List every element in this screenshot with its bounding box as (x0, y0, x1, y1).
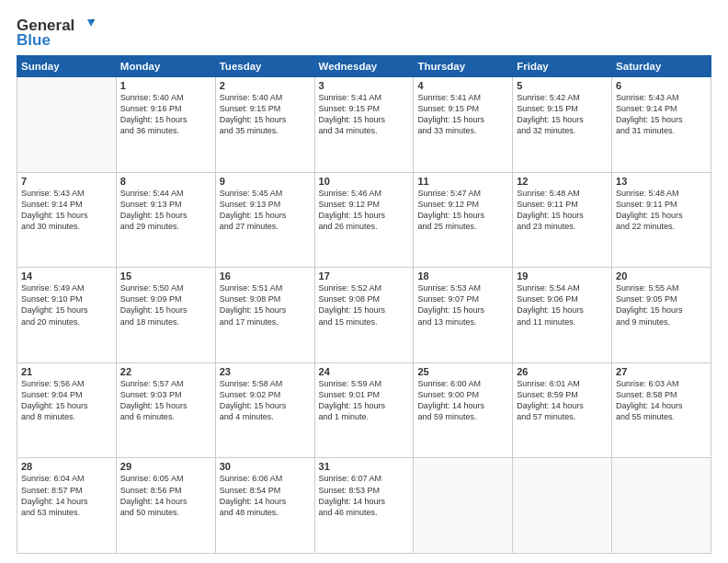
calendar-cell (414, 458, 513, 554)
calendar-cell: 5Sunrise: 5:42 AM Sunset: 9:15 PM Daylig… (513, 77, 612, 173)
day-number: 13 (616, 176, 707, 187)
cell-info: Sunrise: 5:46 AM Sunset: 9:12 PM Dayligh… (319, 188, 410, 233)
weekday-header: Friday (513, 56, 612, 77)
calendar-week-row: 14Sunrise: 5:49 AM Sunset: 9:10 PM Dayli… (17, 268, 711, 363)
calendar-cell: 30Sunrise: 6:06 AM Sunset: 8:54 PM Dayli… (215, 458, 314, 554)
day-number: 7 (21, 176, 112, 187)
day-number: 16 (220, 270, 311, 282)
day-number: 11 (417, 176, 508, 187)
cell-info: Sunrise: 5:48 AM Sunset: 9:11 PM Dayligh… (616, 188, 707, 233)
cell-info: Sunrise: 6:00 AM Sunset: 9:00 PM Dayligh… (417, 378, 508, 423)
cell-info: Sunrise: 5:59 AM Sunset: 9:01 PM Dayligh… (319, 378, 410, 423)
calendar-cell (17, 77, 117, 173)
calendar-cell: 31Sunrise: 6:07 AM Sunset: 8:53 PM Dayli… (314, 458, 414, 554)
day-number: 26 (517, 366, 608, 377)
day-number: 28 (21, 461, 112, 472)
header-row: SundayMondayTuesdayWednesdayThursdayFrid… (17, 56, 711, 77)
cell-info: Sunrise: 5:41 AM Sunset: 9:15 PM Dayligh… (417, 92, 508, 137)
day-number: 31 (319, 461, 410, 472)
weekday-header: Saturday (612, 56, 711, 77)
cell-info: Sunrise: 5:54 AM Sunset: 9:06 PM Dayligh… (517, 282, 608, 327)
calendar-cell: 20Sunrise: 5:55 AM Sunset: 9:05 PM Dayli… (612, 268, 711, 363)
weekday-header: Thursday (414, 56, 513, 77)
calendar-cell: 28Sunrise: 6:04 AM Sunset: 8:57 PM Dayli… (17, 458, 117, 554)
top-section: General Blue (17, 13, 711, 50)
calendar-cell: 17Sunrise: 5:52 AM Sunset: 9:08 PM Dayli… (314, 268, 414, 363)
calendar-cell: 26Sunrise: 6:01 AM Sunset: 8:59 PM Dayli… (513, 362, 612, 458)
cell-info: Sunrise: 5:43 AM Sunset: 9:14 PM Dayligh… (616, 92, 707, 137)
calendar-week-row: 28Sunrise: 6:04 AM Sunset: 8:57 PM Dayli… (17, 458, 711, 554)
calendar-cell: 12Sunrise: 5:48 AM Sunset: 9:11 PM Dayli… (513, 172, 612, 268)
day-number: 12 (517, 176, 608, 187)
logo-container: General Blue (17, 17, 95, 50)
calendar-week-row: 21Sunrise: 5:56 AM Sunset: 9:04 PM Dayli… (17, 362, 711, 458)
cell-info: Sunrise: 5:55 AM Sunset: 9:05 PM Dayligh… (616, 282, 707, 327)
day-number: 30 (220, 461, 311, 472)
cell-info: Sunrise: 5:58 AM Sunset: 9:02 PM Dayligh… (220, 378, 311, 423)
cell-info: Sunrise: 5:44 AM Sunset: 9:13 PM Dayligh… (120, 188, 211, 233)
day-number: 27 (616, 366, 707, 377)
day-number: 8 (120, 176, 211, 187)
cell-info: Sunrise: 5:40 AM Sunset: 9:15 PM Dayligh… (220, 92, 311, 137)
calendar-week-row: 1Sunrise: 5:40 AM Sunset: 9:16 PM Daylig… (17, 77, 711, 173)
day-number: 6 (616, 80, 707, 91)
calendar-cell: 16Sunrise: 5:51 AM Sunset: 9:08 PM Dayli… (215, 268, 314, 363)
calendar-cell: 23Sunrise: 5:58 AM Sunset: 9:02 PM Dayli… (215, 362, 314, 458)
cell-info: Sunrise: 6:07 AM Sunset: 8:53 PM Dayligh… (319, 473, 410, 518)
logo-bird-icon (74, 17, 95, 34)
day-number: 3 (319, 80, 410, 91)
calendar-cell: 15Sunrise: 5:50 AM Sunset: 9:09 PM Dayli… (116, 268, 215, 363)
calendar-cell: 3Sunrise: 5:41 AM Sunset: 9:15 PM Daylig… (314, 77, 414, 173)
calendar-cell (513, 458, 612, 554)
calendar-cell: 22Sunrise: 5:57 AM Sunset: 9:03 PM Dayli… (116, 362, 215, 458)
calendar-cell: 7Sunrise: 5:43 AM Sunset: 9:14 PM Daylig… (17, 172, 117, 268)
day-number: 21 (21, 366, 112, 377)
day-number: 20 (616, 270, 707, 282)
day-number: 25 (417, 366, 508, 377)
cell-info: Sunrise: 5:50 AM Sunset: 9:09 PM Dayligh… (120, 282, 211, 327)
weekday-header: Wednesday (314, 56, 414, 77)
calendar-cell: 24Sunrise: 5:59 AM Sunset: 9:01 PM Dayli… (314, 362, 414, 458)
page: General Blue SundayMondayTuesdayWednesda… (0, 0, 728, 563)
cell-info: Sunrise: 5:53 AM Sunset: 9:07 PM Dayligh… (417, 282, 508, 327)
cell-info: Sunrise: 5:40 AM Sunset: 9:16 PM Dayligh… (120, 92, 211, 137)
cell-info: Sunrise: 5:43 AM Sunset: 9:14 PM Dayligh… (21, 188, 112, 233)
cell-info: Sunrise: 6:04 AM Sunset: 8:57 PM Dayligh… (21, 473, 112, 518)
day-number: 4 (417, 80, 508, 91)
cell-info: Sunrise: 6:01 AM Sunset: 8:59 PM Dayligh… (517, 378, 608, 423)
cell-info: Sunrise: 5:49 AM Sunset: 9:10 PM Dayligh… (21, 282, 112, 327)
day-number: 29 (120, 461, 211, 472)
day-number: 18 (417, 270, 508, 282)
day-number: 17 (319, 270, 410, 282)
cell-info: Sunrise: 5:52 AM Sunset: 9:08 PM Dayligh… (319, 282, 410, 327)
calendar-cell: 9Sunrise: 5:45 AM Sunset: 9:13 PM Daylig… (215, 172, 314, 268)
cell-info: Sunrise: 5:41 AM Sunset: 9:15 PM Dayligh… (319, 92, 410, 137)
cell-info: Sunrise: 5:45 AM Sunset: 9:13 PM Dayligh… (220, 188, 311, 233)
cell-info: Sunrise: 5:42 AM Sunset: 9:15 PM Dayligh… (517, 92, 608, 137)
calendar-cell (612, 458, 711, 554)
weekday-header: Sunday (17, 56, 117, 77)
calendar-cell: 2Sunrise: 5:40 AM Sunset: 9:15 PM Daylig… (215, 77, 314, 173)
calendar-cell: 11Sunrise: 5:47 AM Sunset: 9:12 PM Dayli… (414, 172, 513, 268)
weekday-header: Tuesday (215, 56, 314, 77)
cell-info: Sunrise: 5:47 AM Sunset: 9:12 PM Dayligh… (417, 188, 508, 233)
calendar-cell: 6Sunrise: 5:43 AM Sunset: 9:14 PM Daylig… (612, 77, 711, 173)
logo-blue: Blue (17, 31, 51, 50)
cell-info: Sunrise: 6:06 AM Sunset: 8:54 PM Dayligh… (220, 473, 311, 518)
calendar-cell: 1Sunrise: 5:40 AM Sunset: 9:16 PM Daylig… (116, 77, 215, 173)
weekday-header: Monday (116, 56, 215, 77)
day-number: 10 (319, 176, 410, 187)
calendar-cell: 21Sunrise: 5:56 AM Sunset: 9:04 PM Dayli… (17, 362, 117, 458)
cell-info: Sunrise: 6:05 AM Sunset: 8:56 PM Dayligh… (120, 473, 211, 518)
day-number: 22 (120, 366, 211, 377)
day-number: 2 (220, 80, 311, 91)
logo: General Blue (17, 17, 95, 50)
calendar-cell: 19Sunrise: 5:54 AM Sunset: 9:06 PM Dayli… (513, 268, 612, 363)
day-number: 23 (220, 366, 311, 377)
day-number: 19 (517, 270, 608, 282)
cell-info: Sunrise: 6:03 AM Sunset: 8:58 PM Dayligh… (616, 378, 707, 423)
calendar-cell: 18Sunrise: 5:53 AM Sunset: 9:07 PM Dayli… (414, 268, 513, 363)
cell-info: Sunrise: 5:51 AM Sunset: 9:08 PM Dayligh… (220, 282, 311, 327)
calendar-cell: 29Sunrise: 6:05 AM Sunset: 8:56 PM Dayli… (116, 458, 215, 554)
calendar-cell: 27Sunrise: 6:03 AM Sunset: 8:58 PM Dayli… (612, 362, 711, 458)
